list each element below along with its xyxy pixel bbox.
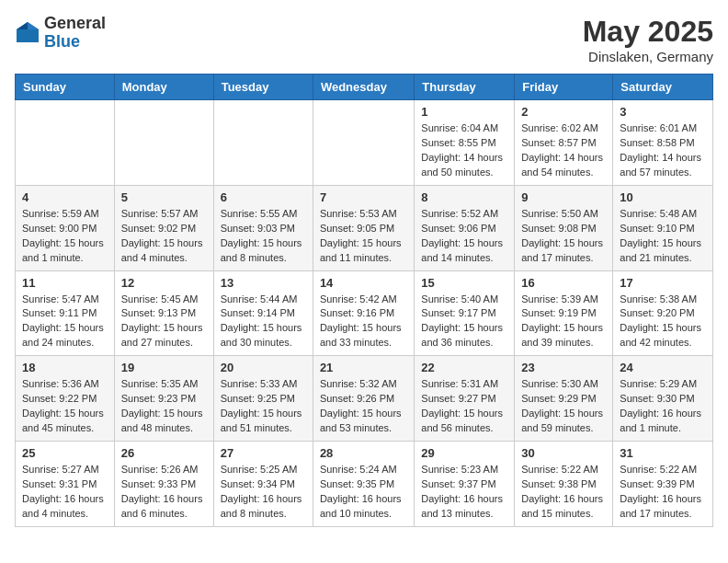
day-info: Sunrise: 6:04 AMSunset: 8:55 PMDaylight:… bbox=[421, 121, 507, 180]
day-info: Sunrise: 5:32 AMSunset: 9:26 PMDaylight:… bbox=[320, 377, 407, 436]
col-saturday: Saturday bbox=[613, 75, 713, 100]
calendar-week-row: 18Sunrise: 5:36 AMSunset: 9:22 PMDayligh… bbox=[16, 356, 713, 442]
calendar-header-row: Sunday Monday Tuesday Wednesday Thursday… bbox=[16, 75, 713, 100]
day-number: 20 bbox=[221, 361, 306, 374]
day-number: 29 bbox=[421, 446, 507, 460]
day-number: 19 bbox=[121, 361, 207, 374]
col-wednesday: Wednesday bbox=[313, 75, 414, 100]
day-number: 16 bbox=[521, 276, 606, 290]
table-row: 23Sunrise: 5:30 AMSunset: 9:29 PMDayligh… bbox=[515, 356, 613, 442]
table-row: 27Sunrise: 5:25 AMSunset: 9:34 PMDayligh… bbox=[213, 442, 313, 527]
table-row: 3Sunrise: 6:01 AMSunset: 8:58 PMDaylight… bbox=[613, 100, 713, 186]
day-info: Sunrise: 5:29 AMSunset: 9:30 PMDaylight:… bbox=[620, 377, 706, 436]
day-info: Sunrise: 5:25 AMSunset: 9:34 PMDaylight:… bbox=[221, 463, 306, 522]
table-row: 6Sunrise: 5:55 AMSunset: 9:03 PMDaylight… bbox=[213, 185, 313, 270]
table-row: 25Sunrise: 5:27 AMSunset: 9:31 PMDayligh… bbox=[16, 442, 115, 527]
col-tuesday: Tuesday bbox=[213, 75, 313, 100]
day-info: Sunrise: 5:22 AMSunset: 9:38 PMDaylight:… bbox=[521, 463, 606, 522]
logo-icon bbox=[15, 20, 40, 46]
day-info: Sunrise: 5:33 AMSunset: 9:25 PMDaylight:… bbox=[221, 377, 306, 436]
day-info: Sunrise: 5:30 AMSunset: 9:29 PMDaylight:… bbox=[521, 377, 606, 436]
day-info: Sunrise: 5:36 AMSunset: 9:22 PMDaylight:… bbox=[22, 377, 108, 436]
day-number: 1 bbox=[421, 105, 507, 119]
day-number: 23 bbox=[521, 361, 606, 374]
logo-general: General bbox=[44, 15, 106, 33]
month-title: May 2025 bbox=[583, 15, 713, 49]
day-number: 9 bbox=[521, 190, 606, 204]
svg-marker-2 bbox=[17, 22, 28, 29]
day-number: 7 bbox=[320, 190, 407, 204]
table-row: 17Sunrise: 5:38 AMSunset: 9:20 PMDayligh… bbox=[613, 270, 713, 356]
day-info: Sunrise: 5:40 AMSunset: 9:17 PMDaylight:… bbox=[421, 293, 507, 351]
logo-text: General Blue bbox=[44, 15, 106, 52]
col-thursday: Thursday bbox=[415, 75, 515, 100]
day-number: 13 bbox=[221, 276, 306, 290]
col-friday: Friday bbox=[515, 75, 613, 100]
day-number: 27 bbox=[221, 446, 306, 460]
table-row: 15Sunrise: 5:40 AMSunset: 9:17 PMDayligh… bbox=[415, 270, 515, 356]
day-info: Sunrise: 5:42 AMSunset: 9:16 PMDaylight:… bbox=[320, 293, 407, 351]
day-info: Sunrise: 5:59 AMSunset: 9:00 PMDaylight:… bbox=[22, 207, 108, 266]
logo-blue: Blue bbox=[44, 33, 106, 52]
day-number: 21 bbox=[320, 361, 407, 374]
day-number: 31 bbox=[620, 446, 706, 460]
day-info: Sunrise: 5:27 AMSunset: 9:31 PMDaylight:… bbox=[22, 463, 108, 522]
table-row bbox=[16, 100, 115, 186]
location-title: Dinslaken, Germany bbox=[583, 49, 713, 64]
title-block: May 2025 Dinslaken, Germany bbox=[583, 15, 713, 64]
logo: General Blue bbox=[15, 15, 106, 52]
calendar-week-row: 1Sunrise: 6:04 AMSunset: 8:55 PMDaylight… bbox=[16, 100, 713, 186]
table-row: 5Sunrise: 5:57 AMSunset: 9:02 PMDaylight… bbox=[114, 185, 213, 270]
table-row: 19Sunrise: 5:35 AMSunset: 9:23 PMDayligh… bbox=[114, 356, 213, 442]
day-number: 11 bbox=[22, 276, 108, 290]
day-info: Sunrise: 5:50 AMSunset: 9:08 PMDaylight:… bbox=[521, 207, 606, 266]
day-info: Sunrise: 5:52 AMSunset: 9:06 PMDaylight:… bbox=[421, 207, 507, 266]
day-info: Sunrise: 5:39 AMSunset: 9:19 PMDaylight:… bbox=[521, 293, 606, 351]
table-row: 14Sunrise: 5:42 AMSunset: 9:16 PMDayligh… bbox=[313, 270, 414, 356]
day-info: Sunrise: 5:57 AMSunset: 9:02 PMDaylight:… bbox=[121, 207, 207, 266]
table-row: 20Sunrise: 5:33 AMSunset: 9:25 PMDayligh… bbox=[213, 356, 313, 442]
col-monday: Monday bbox=[114, 75, 213, 100]
calendar-week-row: 4Sunrise: 5:59 AMSunset: 9:00 PMDaylight… bbox=[16, 185, 713, 270]
day-number: 28 bbox=[320, 446, 407, 460]
day-info: Sunrise: 5:47 AMSunset: 9:11 PMDaylight:… bbox=[22, 293, 108, 351]
day-info: Sunrise: 5:24 AMSunset: 9:35 PMDaylight:… bbox=[320, 463, 407, 522]
table-row: 2Sunrise: 6:02 AMSunset: 8:57 PMDaylight… bbox=[515, 100, 613, 186]
calendar-week-row: 25Sunrise: 5:27 AMSunset: 9:31 PMDayligh… bbox=[16, 442, 713, 527]
day-number: 24 bbox=[620, 361, 706, 374]
day-number: 22 bbox=[421, 361, 507, 374]
table-row: 4Sunrise: 5:59 AMSunset: 9:00 PMDaylight… bbox=[16, 185, 115, 270]
table-row: 21Sunrise: 5:32 AMSunset: 9:26 PMDayligh… bbox=[313, 356, 414, 442]
day-number: 5 bbox=[121, 190, 207, 204]
table-row: 8Sunrise: 5:52 AMSunset: 9:06 PMDaylight… bbox=[415, 185, 515, 270]
page-header: General Blue May 2025 Dinslaken, Germany bbox=[15, 15, 713, 64]
day-number: 18 bbox=[22, 361, 108, 374]
table-row: 16Sunrise: 5:39 AMSunset: 9:19 PMDayligh… bbox=[515, 270, 613, 356]
day-info: Sunrise: 5:38 AMSunset: 9:20 PMDaylight:… bbox=[620, 293, 706, 351]
day-number: 17 bbox=[620, 276, 706, 290]
day-info: Sunrise: 5:35 AMSunset: 9:23 PMDaylight:… bbox=[121, 377, 207, 436]
day-info: Sunrise: 5:31 AMSunset: 9:27 PMDaylight:… bbox=[421, 377, 507, 436]
day-info: Sunrise: 5:53 AMSunset: 9:05 PMDaylight:… bbox=[320, 207, 407, 266]
day-number: 25 bbox=[22, 446, 108, 460]
day-number: 10 bbox=[620, 190, 706, 204]
day-number: 8 bbox=[421, 190, 507, 204]
day-number: 2 bbox=[521, 105, 606, 119]
table-row bbox=[213, 100, 313, 186]
day-info: Sunrise: 5:45 AMSunset: 9:13 PMDaylight:… bbox=[121, 293, 207, 351]
col-sunday: Sunday bbox=[16, 75, 115, 100]
day-info: Sunrise: 5:26 AMSunset: 9:33 PMDaylight:… bbox=[121, 463, 207, 522]
table-row: 12Sunrise: 5:45 AMSunset: 9:13 PMDayligh… bbox=[114, 270, 213, 356]
table-row: 7Sunrise: 5:53 AMSunset: 9:05 PMDaylight… bbox=[313, 185, 414, 270]
table-row: 1Sunrise: 6:04 AMSunset: 8:55 PMDaylight… bbox=[415, 100, 515, 186]
day-number: 6 bbox=[221, 190, 306, 204]
svg-marker-1 bbox=[28, 22, 39, 29]
day-info: Sunrise: 6:02 AMSunset: 8:57 PMDaylight:… bbox=[521, 121, 606, 180]
day-number: 30 bbox=[521, 446, 606, 460]
table-row bbox=[114, 100, 213, 186]
table-row: 18Sunrise: 5:36 AMSunset: 9:22 PMDayligh… bbox=[16, 356, 115, 442]
day-info: Sunrise: 5:22 AMSunset: 9:39 PMDaylight:… bbox=[620, 463, 706, 522]
calendar-table: Sunday Monday Tuesday Wednesday Thursday… bbox=[15, 74, 713, 527]
day-number: 4 bbox=[22, 190, 108, 204]
table-row: 28Sunrise: 5:24 AMSunset: 9:35 PMDayligh… bbox=[313, 442, 414, 527]
